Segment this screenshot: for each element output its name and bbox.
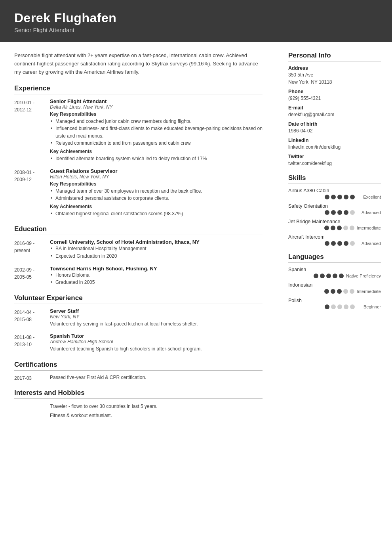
- certifications-container: 2017-03Passed five-year First Aid & CPR …: [14, 375, 263, 381]
- personal-info-heading: Personal Info: [288, 52, 381, 61]
- volunteer-subtitle: New York, NY: [50, 314, 263, 320]
- skill-dot: [343, 226, 348, 230]
- interests-container: Traveler - flown to over 30 countries in…: [14, 403, 263, 419]
- address-block: Address 350 5th AveNew York, NY 10118: [288, 65, 381, 86]
- education-bullets: BA in International Hospitality Manageme…: [50, 245, 263, 260]
- list-item: Identified alternate boarding system whi…: [50, 155, 263, 163]
- list-item: Administered personal assistance to corp…: [50, 195, 263, 202]
- list-item: Graduated in 2005: [50, 279, 263, 286]
- email-value: derekflug@gmail.com: [288, 111, 381, 118]
- skill-dot: [344, 304, 348, 309]
- skill-level: Native Proficiency: [346, 274, 381, 278]
- experience-title: Senior Flight Attendant: [50, 98, 263, 104]
- skill-dot: [325, 304, 329, 309]
- skill-dot: [314, 274, 318, 278]
- volunteer-heading: Volunteer Experience: [14, 294, 263, 304]
- experience-container: 2010-01 -2012-12Senior Flight AttendantD…: [14, 98, 263, 218]
- volunteer-entry: 2011-08 -2013-10Spanish TutorAndrew Hami…: [14, 333, 263, 353]
- skill-dots: [325, 241, 355, 246]
- skill-item: Jet Bridge Maintenance Intermediate: [288, 219, 381, 230]
- certifications-heading: Certifications: [14, 361, 263, 371]
- skill-rating-row: Native Proficiency: [288, 274, 381, 278]
- education-content: Townsend Harris High School, Flushing, N…: [50, 266, 263, 286]
- education-dates: 2016-09 -present: [14, 239, 50, 260]
- skill-name: Jet Bridge Maintenance: [288, 219, 381, 224]
- candidate-title: Senior Flight Attendant: [14, 27, 378, 33]
- list-item: Managed and coached junior cabin crew me…: [50, 118, 263, 125]
- skill-item: Indonesian Intermediate: [288, 282, 381, 294]
- skill-dot: [325, 241, 329, 246]
- phone-label: Phone: [288, 89, 381, 94]
- languages-section: Languages Spanish Native Proficiency Ind…: [288, 253, 381, 309]
- experience-content: Senior Flight AttendantDelta Air Lines, …: [50, 98, 263, 163]
- skill-dot: [325, 195, 329, 199]
- skill-dot: [333, 274, 337, 278]
- volunteer-title: Spanish Tutor: [50, 333, 263, 339]
- skill-dots: [325, 304, 355, 309]
- volunteer-title: Server Staff: [50, 308, 263, 314]
- twitter-block: Twitter twitter.com/derekflug: [288, 154, 381, 167]
- skill-dot: [344, 195, 348, 199]
- education-title: Cornell University, School of Hotel Admi…: [50, 239, 263, 245]
- interests-section: Interests and Hobbies Traveler - flown t…: [14, 389, 263, 419]
- cert-text: Passed five-year First Aid & CPR certifi…: [50, 375, 263, 381]
- achievements-label: Key Achievements: [50, 149, 263, 154]
- skill-rating-row: Intermediate: [288, 289, 381, 294]
- interest-item: Traveler - flown to over 30 countries in…: [14, 403, 263, 410]
- skill-dot: [331, 210, 336, 215]
- interest-item: Fitness & workout enthusiast.: [14, 412, 263, 419]
- education-heading: Education: [14, 225, 263, 235]
- skill-dots: [325, 210, 355, 215]
- skill-dot: [337, 210, 342, 215]
- experience-entry: 2008-01 -2009-12Guest Relations Supervis…: [14, 168, 263, 218]
- skill-dot: [350, 226, 354, 230]
- list-item: Influenced business- and first-class cli…: [50, 125, 263, 140]
- right-column: Personal Info Address 350 5th AveNew Yor…: [277, 42, 392, 326]
- education-container: 2016-09 -presentCornell University, Scho…: [14, 239, 263, 286]
- skill-dot: [350, 304, 355, 309]
- skill-item: Airbus A380 Cabin Excellent: [288, 188, 381, 199]
- skill-name: Polish: [288, 298, 381, 303]
- skill-level: Intermediate: [357, 226, 381, 230]
- phone-value: (929) 555-4321: [288, 95, 381, 102]
- languages-heading: Languages: [288, 253, 381, 263]
- volunteer-container: 2014-04 -2015-08Server StaffNew York, NY…: [14, 308, 263, 353]
- education-dates: 2002-09 -2005-05: [14, 266, 50, 286]
- achievements-list: Obtained highest regional client satisfa…: [50, 210, 263, 218]
- volunteer-dates: 2011-08 -2013-10: [14, 333, 50, 353]
- linkedin-block: LinkedIn linkedin.com/in/derekflug: [288, 138, 381, 151]
- resume-header: Derek Flughafen Senior Flight Attendant: [0, 0, 392, 42]
- phone-block: Phone (929) 555-4321: [288, 89, 381, 102]
- volunteer-description: Volunteered by serving in fast-paced kit…: [50, 320, 263, 328]
- certification-entry: 2017-03Passed five-year First Aid & CPR …: [14, 375, 263, 381]
- skill-dot: [337, 226, 342, 230]
- linkedin-value: linkedin.com/in/derekflug: [288, 144, 381, 151]
- interests-heading: Interests and Hobbies: [14, 389, 263, 399]
- skill-rating-row: Intermediate: [288, 226, 381, 230]
- candidate-name: Derek Flughafen: [14, 11, 378, 25]
- skills-container: Airbus A380 Cabin Excellent Safety Orien…: [288, 188, 381, 246]
- skill-rating-row: Beginner: [288, 304, 381, 309]
- skill-name: Aircraft Intercom: [288, 234, 381, 240]
- skill-level: Excellent: [357, 195, 381, 199]
- email-block: E-mail derekflug@gmail.com: [288, 105, 381, 118]
- skill-level: Beginner: [357, 304, 381, 309]
- skill-name: Safety Orientation: [288, 203, 381, 209]
- skill-dots: [324, 226, 354, 230]
- skill-level: Intermediate: [357, 289, 381, 294]
- skill-dot: [350, 195, 355, 199]
- skill-dot: [326, 274, 331, 278]
- responsibilities-list: Managed and coached junior cabin crew me…: [50, 118, 263, 147]
- skill-dot: [339, 274, 344, 278]
- skill-name: Airbus A380 Cabin: [288, 188, 381, 193]
- skill-dot: [331, 304, 336, 309]
- skill-dot: [337, 195, 342, 199]
- skill-rating-row: Advanced: [288, 241, 381, 246]
- achievements-label: Key Achievements: [50, 204, 263, 209]
- experience-dates: 2008-01 -2009-12: [14, 168, 50, 218]
- dob-label: Date of birth: [288, 121, 381, 127]
- skill-name: Spanish: [288, 267, 381, 272]
- skill-dot: [325, 210, 329, 215]
- skill-dot: [324, 289, 329, 294]
- skill-dots: [314, 274, 344, 278]
